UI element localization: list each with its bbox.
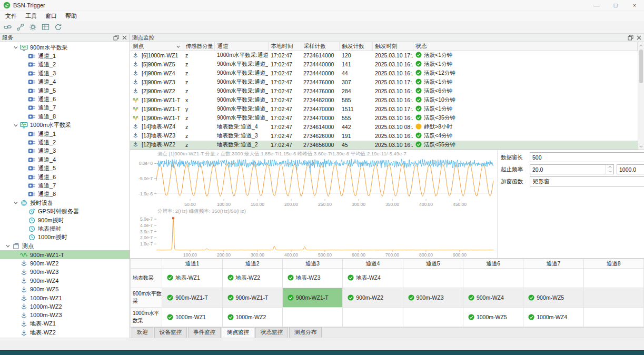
channel-grid-cell[interactable] [583, 288, 643, 308]
close-icon[interactable] [636, 35, 642, 41]
freq-stop-input[interactable] [617, 166, 644, 173]
tree-item-地表-WZ2[interactable]: 地表-WZ2 [0, 328, 130, 337]
column-header-7[interactable]: 状态 [413, 42, 638, 51]
channel-grid-cell[interactable]: 900m-WZ1-T [222, 288, 282, 308]
channel-grid-cell[interactable]: 1000m-WZ2 [222, 308, 282, 327]
tree-item-通道_6[interactable]: 通道_6 [0, 95, 130, 103]
table-settings-icon-button[interactable] [40, 22, 51, 33]
tree-item-地表授时[interactable]: 地表授时 [0, 224, 130, 233]
tree-item-通道_5[interactable]: 通道_5 [0, 164, 130, 172]
node-link-icon-button[interactable] [15, 22, 26, 33]
scrollbar-thumb[interactable] [639, 50, 643, 83]
tree-item-授时设备[interactable]: 授时设备 [0, 199, 130, 207]
tree-item-900m授时[interactable]: 900m授时 [0, 216, 130, 224]
column-header-5[interactable]: 触发计数 [339, 42, 372, 51]
tree-item-1000m授时[interactable]: 1000m授时 [0, 233, 130, 242]
close-icon[interactable] [122, 35, 127, 41]
table-row[interactable]: [12]地表-WZ2z地表数采:通道_217:02:47273465600045… [130, 141, 638, 150]
table-row[interactable]: [1]900m-WZ1-Ty900m水平数采:通道_217:02:4727344… [130, 104, 638, 113]
channel-grid-cell[interactable]: 地表-WZ2 [222, 269, 282, 288]
data-window-spinbox[interactable] [530, 152, 644, 162]
tree-item-通道_2[interactable]: 通道_2 [0, 138, 130, 146]
channel-grid-cell[interactable]: 900m-WZ4 [463, 288, 523, 308]
tree-item-1000m水平数采[interactable]: 1000m水平数采 [0, 121, 130, 130]
channel-grid-cell[interactable] [463, 269, 523, 288]
minimize-button[interactable]: — [587, 0, 606, 11]
tab-2[interactable]: 事件监控 [188, 327, 221, 338]
channel-grid-cell[interactable]: 900m-WZ5 [523, 288, 583, 308]
tab-1[interactable]: 设备监控 [154, 327, 187, 338]
channel-grid-cell[interactable] [403, 269, 463, 288]
tree-item-1000m-WZ3[interactable]: 1000m-WZ3 [0, 311, 130, 319]
channel-grid-cell[interactable]: 900m-WZ3 [403, 288, 463, 308]
freq-stop-spinbox[interactable] [617, 164, 644, 174]
tree-item-GPS时钟服务器[interactable]: GPS时钟服务器 [0, 207, 130, 215]
refresh-icon-button[interactable] [53, 22, 64, 33]
tree-item-通道_2[interactable]: 通道_2 [0, 61, 130, 69]
channel-grid-cell[interactable] [343, 308, 403, 327]
window-func-combobox[interactable]: 矩形窗 [530, 176, 644, 186]
tree-item-900m-WZ2[interactable]: 900m-WZ2 [0, 259, 130, 268]
column-header-0[interactable]: 测点 [130, 42, 183, 51]
channel-grid-cell[interactable]: 1000m-WZ5 [463, 308, 523, 327]
float-icon[interactable] [113, 35, 119, 41]
link-icon-button[interactable] [2, 22, 13, 33]
channel-grid-cell[interactable]: 1000m-WZ1 [162, 308, 222, 327]
tree-item-900m-WZ4[interactable]: 900m-WZ4 [0, 277, 130, 285]
table-row[interactable]: [5]900m-WZ5z900m水平数采:通道_717:02:472734440… [130, 60, 638, 68]
channel-grid-cell[interactable]: 900m-WZ1-T [162, 288, 222, 308]
maximize-button[interactable]: □ [606, 0, 625, 11]
freq-start-input[interactable] [530, 166, 606, 173]
column-header-2[interactable]: 通道 [214, 42, 268, 51]
column-header-1[interactable]: 传感器分量 [183, 42, 214, 51]
tree-item-900m-WZ5[interactable]: 900m-WZ5 [0, 285, 130, 293]
table-row[interactable]: [1]900m-WZ1-Tz900m水平数采:通道_317:02:4727344… [130, 114, 638, 123]
channel-grid-cell[interactable]: 900m-WZ1-T [282, 288, 342, 308]
table-row[interactable]: [3]900m-WZ3z900m水平数采:通道_517:02:472734476… [130, 77, 638, 86]
table-row[interactable]: [13]地表-WZ3z地表数采:通道_317:02:47273462600019… [130, 132, 638, 141]
menu-item-0[interactable]: 文件 [1, 11, 21, 21]
tree-item-地表-WZ1[interactable]: 地表-WZ1 [0, 320, 130, 328]
channel-grid-cell[interactable]: 地表-WZ4 [343, 269, 403, 288]
channel-grid-cell[interactable] [583, 269, 643, 288]
titlebar[interactable]: BSN-Trigger — □ × [0, 0, 644, 11]
scroll-up-icon[interactable] [638, 42, 644, 48]
column-header-4[interactable]: 采样计数 [301, 42, 339, 51]
table-row[interactable]: [4]900m-WZ4z900m水平数采:通道_617:02:472734440… [130, 68, 638, 77]
tab-4[interactable]: 状态监控 [255, 327, 288, 338]
tree-item-通道_1[interactable]: 通道_1 [0, 52, 130, 60]
tree-item-900m-WZ1-T[interactable]: 900m-WZ1-T [0, 250, 130, 259]
float-icon[interactable] [628, 35, 633, 41]
column-header-6[interactable]: 触发时刻 [372, 42, 413, 51]
table-row[interactable]: [1]900m-WZ1-Tx900m水平数采:通道_117:02:4727344… [130, 95, 638, 104]
channel-grid-cell[interactable] [523, 269, 583, 288]
tree-item-通道_3[interactable]: 通道_3 [0, 147, 130, 155]
tree-item-通道_8[interactable]: 通道_8 [0, 190, 130, 199]
gear-icon-button[interactable] [27, 22, 38, 33]
channel-grid-cell[interactable]: 900m-WZ2 [343, 288, 403, 308]
freq-start-spinbox[interactable] [530, 164, 614, 174]
channel-grid-cell[interactable]: 1000m-WZ4 [523, 308, 583, 327]
taskbar-sliver[interactable] [0, 350, 644, 355]
spinner-arrows[interactable] [606, 165, 613, 174]
tree-item-通道_7[interactable]: 通道_7 [0, 104, 130, 112]
data-window-input[interactable] [530, 154, 644, 161]
channel-grid-cell[interactable] [282, 308, 342, 327]
table-row[interactable]: [2]900m-WZ2z900m水平数采:通道_417:02:472734476… [130, 86, 638, 95]
tree-item-通道_7[interactable]: 通道_7 [0, 181, 130, 190]
tree-item-1000m-WZ2[interactable]: 1000m-WZ2 [0, 302, 130, 311]
tree-item-1000m-WZ1[interactable]: 1000m-WZ1 [0, 293, 130, 302]
close-button[interactable]: × [625, 0, 644, 11]
tree-item-通道_4[interactable]: 通道_4 [0, 155, 130, 164]
tab-3[interactable]: 测点监控 [222, 327, 254, 338]
tab-5[interactable]: 测点分布 [289, 327, 322, 338]
channel-grid-cell[interactable] [403, 308, 463, 327]
menu-item-3[interactable]: 帮助 [61, 11, 81, 21]
tree-item-测点[interactable]: 测点 [0, 242, 130, 250]
table-row[interactable]: [6]1000m-WZ1z1000m水平数采:通道_117:02:4727346… [130, 51, 638, 60]
channel-grid-cell[interactable]: 地表-WZ3 [282, 269, 342, 288]
tree-item-通道_5[interactable]: 通道_5 [0, 86, 130, 95]
table-row[interactable]: [14]地表-WZ4z地表数采:通道_417:02:47273461400044… [130, 123, 638, 132]
tree-item-通道_1[interactable]: 通道_1 [0, 130, 130, 138]
tree-item-通道_4[interactable]: 通道_4 [0, 78, 130, 86]
